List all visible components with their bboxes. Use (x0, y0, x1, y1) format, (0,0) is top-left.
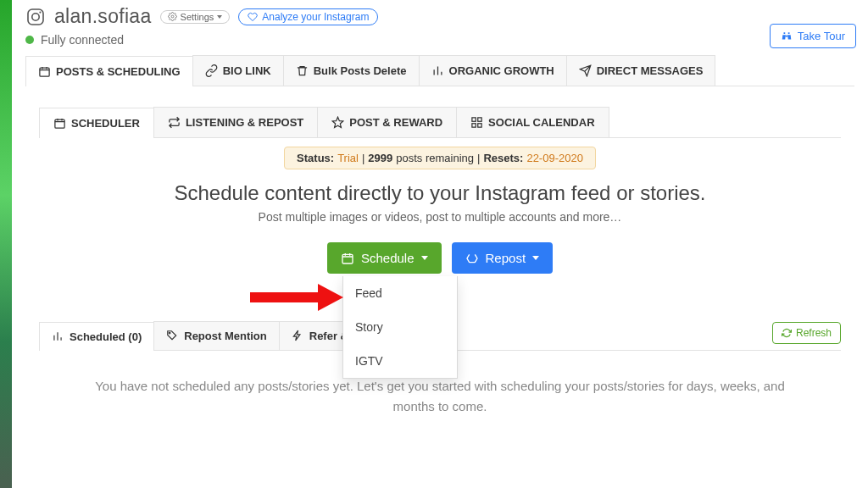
grid-icon (470, 116, 483, 129)
tab-label: LISTENING & REPOST (186, 116, 303, 129)
repost-icon (168, 116, 181, 129)
bars-icon (431, 64, 444, 77)
dropdown-item-feed[interactable]: Feed (343, 276, 457, 310)
tab-direct-messages[interactable]: DIRECT MESSAGES (566, 55, 716, 86)
dropdown-item-story[interactable]: Story (343, 310, 457, 344)
tab-organic-growth[interactable]: ORGANIC GROWTH (419, 55, 567, 86)
hero-subtitle: Post multiple images or videos, post to … (25, 210, 854, 224)
svg-rect-8 (472, 124, 476, 127)
secondary-tabs: SCHEDULER LISTENING & REPOST POST & REWA… (39, 107, 841, 138)
svg-point-3 (171, 15, 174, 18)
calendar-icon (53, 117, 66, 130)
link-icon (205, 64, 218, 77)
refresh-label: Refresh (796, 327, 832, 339)
tab-bio-link[interactable]: BIO LINK (192, 55, 284, 86)
binoculars-icon (781, 30, 793, 42)
chevron-down-icon (532, 256, 539, 260)
tab-label: POST & REWARD (349, 116, 442, 129)
arrow-annotation (250, 284, 343, 311)
tab-bulk-delete[interactable]: Bulk Posts Delete (283, 55, 420, 86)
primary-tabs: POSTS & SCHEDULING BIO LINK Bulk Posts D… (25, 55, 854, 86)
recycle-icon (465, 252, 479, 265)
svg-rect-10 (342, 254, 353, 263)
instagram-icon (25, 7, 46, 27)
svg-rect-5 (55, 119, 64, 128)
tab-label: ORGANIC GROWTH (449, 64, 554, 77)
tab-label: Bulk Posts Delete (314, 64, 407, 77)
resets-value: 22-09-2020 (526, 152, 583, 164)
svg-marker-12 (318, 284, 343, 311)
tab-post-reward[interactable]: POST & REWARD (317, 107, 457, 137)
tab-label: SCHEDULER (71, 117, 140, 130)
settings-button[interactable]: Settings (160, 10, 231, 24)
take-tour-label: Take Tour (798, 30, 845, 42)
send-icon (579, 64, 592, 77)
main-panel: alan.sofiaa Settings Analyze your Instag… (12, 0, 868, 488)
refresh-button[interactable]: Refresh (772, 322, 841, 344)
svg-rect-7 (478, 118, 481, 121)
tag-icon (166, 330, 179, 342)
svg-point-13 (169, 332, 170, 334)
tab-label: POSTS & SCHEDULING (56, 65, 181, 78)
svg-point-1 (32, 13, 39, 19)
schedule-dropdown: Feed Story IGTV (342, 276, 458, 379)
sidebar-edge (0, 0, 12, 488)
svg-rect-11 (250, 292, 320, 302)
bars-icon (52, 330, 64, 343)
tab-repost-mention[interactable]: Repost Mention (153, 321, 280, 350)
analyze-label: Analyze your Instagram (262, 11, 369, 23)
svg-rect-0 (28, 9, 43, 25)
repost-label: Repost (486, 251, 526, 265)
chevron-down-icon (217, 15, 222, 19)
refresh-icon (782, 328, 792, 338)
schedule-label: Schedule (361, 251, 415, 265)
username: alan.sofiaa (54, 5, 152, 28)
star-icon (331, 116, 344, 129)
calendar-icon (341, 252, 354, 265)
tab-label: SOCIAL CALENDAR (488, 116, 594, 129)
hero-title: Schedule content directly to your Instag… (25, 181, 854, 205)
status-dot-icon (25, 36, 34, 44)
status-value: Trial (337, 152, 359, 164)
status-label: Fully connected (41, 33, 124, 47)
schedule-button[interactable]: Schedule (327, 242, 442, 274)
separator: | (477, 152, 480, 164)
tab-label: Scheduled (0) (70, 330, 142, 343)
cta-row: Schedule Repost Feed Story IGTV (25, 242, 854, 274)
gear-icon (168, 12, 177, 21)
posts-suffix: posts remaining (396, 152, 474, 164)
svg-rect-4 (40, 68, 49, 76)
posts-count: 2999 (368, 152, 392, 164)
tab-social-calendar[interactable]: SOCIAL CALENDAR (456, 107, 609, 137)
chevron-down-icon (421, 256, 428, 260)
separator: | (362, 152, 364, 164)
heart-icon (248, 12, 258, 22)
tab-listening-repost[interactable]: LISTENING & REPOST (153, 107, 318, 137)
resets-key: Resets: (483, 152, 523, 164)
status-banner: Status: Trial | 2999 posts remaining | R… (284, 147, 596, 169)
connection-status: Fully connected (12, 30, 868, 55)
tab-posts-scheduling[interactable]: POSTS & SCHEDULING (25, 56, 193, 86)
dropdown-item-igtv[interactable]: IGTV (343, 344, 457, 378)
status-key: Status: (297, 152, 334, 164)
tab-scheduler[interactable]: SCHEDULER (39, 108, 154, 138)
trash-icon (296, 64, 309, 77)
calendar-icon (38, 65, 51, 78)
svg-rect-9 (478, 124, 481, 127)
repost-button[interactable]: Repost (452, 242, 554, 274)
tab-scheduled[interactable]: Scheduled (0) (39, 322, 154, 351)
take-tour-button[interactable]: Take Tour (770, 24, 856, 48)
tab-label: Repost Mention (184, 330, 267, 342)
content-area: SCHEDULER LISTENING & REPOST POST & REWA… (12, 86, 868, 430)
hero: Schedule content directly to your Instag… (25, 178, 854, 232)
svg-point-2 (39, 11, 41, 13)
tab-label: BIO LINK (223, 64, 271, 77)
svg-rect-6 (472, 118, 476, 121)
analyze-button[interactable]: Analyze your Instagram (238, 8, 378, 25)
tab-label: DIRECT MESSAGES (597, 64, 704, 77)
bolt-icon (292, 330, 304, 342)
settings-label: Settings (181, 12, 214, 22)
header: alan.sofiaa Settings Analyze your Instag… (12, 0, 868, 30)
